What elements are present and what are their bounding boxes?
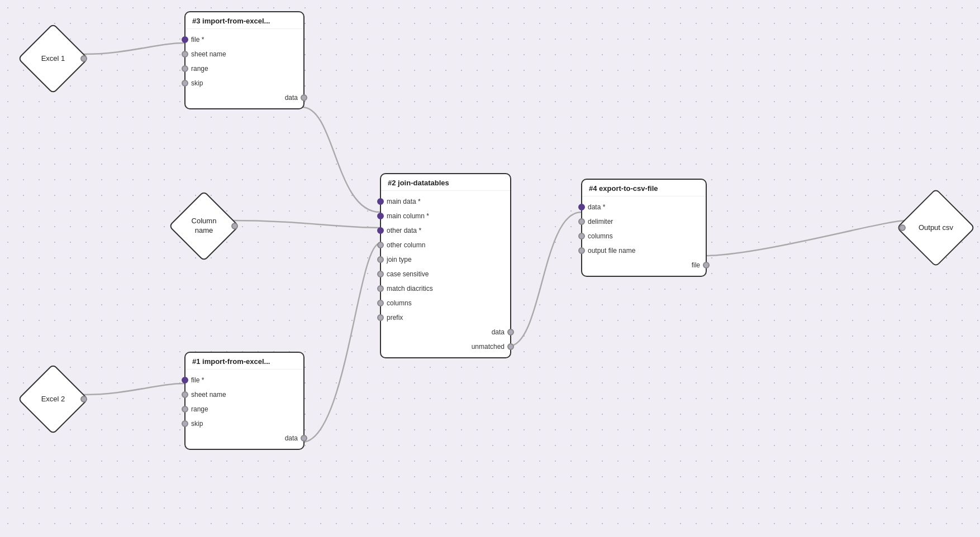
port-data3-out-dot[interactable] bbox=[301, 94, 307, 101]
port-file-out-dot[interactable] bbox=[703, 262, 710, 268]
excel2-output-port bbox=[80, 396, 87, 402]
connection-join-export-data bbox=[509, 212, 581, 346]
port-delimiter-label: delimiter bbox=[582, 218, 619, 226]
port-skip3-dot[interactable] bbox=[182, 80, 188, 87]
export-csv-ports: data * delimiter columns output file nam… bbox=[582, 196, 706, 276]
port-file1-dot[interactable] bbox=[182, 377, 188, 383]
port-output-file-name-dot[interactable] bbox=[578, 247, 585, 254]
port-casesensitive-label: case sensitive bbox=[381, 270, 434, 278]
output-csv-label: Output csv bbox=[919, 223, 953, 233]
import-excel3-title: #3 import-from-excel... bbox=[185, 12, 303, 29]
port-skip1: skip bbox=[185, 416, 303, 431]
output-csv-input-port bbox=[899, 224, 906, 231]
excel2-node[interactable]: Excel 2 bbox=[22, 368, 84, 430]
port-data1-out: data bbox=[185, 431, 303, 445]
port-sheet3: sheet name bbox=[185, 47, 303, 61]
port-columns-join-label: columns bbox=[381, 299, 417, 307]
port-join-unmatched-out: unmatched bbox=[381, 339, 510, 354]
excel1-node[interactable]: Excel 1 bbox=[22, 28, 84, 89]
import-excel3-node[interactable]: #3 import-from-excel... file * sheet nam… bbox=[184, 11, 305, 109]
port-range1-label: range bbox=[185, 405, 214, 413]
port-skip3: skip bbox=[185, 76, 303, 90]
port-skip3-label: skip bbox=[185, 79, 208, 87]
port-join-unmatched-out-dot[interactable] bbox=[507, 343, 514, 350]
excel1-output-port bbox=[80, 55, 87, 62]
excel1-label: Excel 1 bbox=[41, 54, 65, 64]
port-otherdata: other data * bbox=[381, 223, 510, 238]
join-datatables-node[interactable]: #2 join-datatables main data * main colu… bbox=[380, 173, 511, 358]
join-datatables-title: #2 join-datatables bbox=[381, 174, 510, 191]
excel2-label: Excel 2 bbox=[41, 395, 65, 404]
port-data3-out: data bbox=[185, 90, 303, 105]
export-csv-title: #4 export-to-csv-file bbox=[582, 180, 706, 196]
port-jointype-label: join type bbox=[381, 256, 417, 263]
import-excel1-title: #1 import-from-excel... bbox=[185, 353, 303, 370]
port-file3-dot[interactable] bbox=[182, 36, 188, 43]
connection-export-outputcsv bbox=[705, 220, 906, 256]
port-maincolumn: main column * bbox=[381, 209, 510, 223]
port-range3: range bbox=[185, 61, 303, 76]
port-skip1-dot[interactable] bbox=[182, 420, 188, 427]
port-othercolumn: other column bbox=[381, 238, 510, 252]
column-name-node[interactable]: Columnname bbox=[173, 195, 235, 257]
port-sheet1-dot[interactable] bbox=[182, 391, 188, 398]
import-excel1-ports: file * sheet name range skip data bbox=[185, 370, 303, 449]
port-maincolumn-label: main column * bbox=[381, 212, 435, 220]
connection-excel1-import3 bbox=[83, 43, 184, 54]
port-join-data-out: data bbox=[381, 325, 510, 339]
connection-import3-join-maindata bbox=[302, 107, 380, 212]
port-maindata-label: main data * bbox=[381, 198, 426, 205]
port-sheet3-label: sheet name bbox=[185, 50, 232, 58]
output-csv-node[interactable]: Output csv bbox=[902, 194, 969, 261]
port-range1: range bbox=[185, 402, 303, 416]
column-name-label: Columnname bbox=[192, 217, 217, 236]
port-file1: file * bbox=[185, 373, 303, 387]
join-datatables-ports: main data * main column * other data * o… bbox=[381, 191, 510, 357]
port-othercolumn-label: other column bbox=[381, 241, 431, 249]
port-join-data-out-dot[interactable] bbox=[507, 329, 514, 335]
port-range3-dot[interactable] bbox=[182, 65, 188, 72]
port-data1-out-dot[interactable] bbox=[301, 435, 307, 442]
import-excel1-node[interactable]: #1 import-from-excel... file * sheet nam… bbox=[184, 352, 305, 450]
port-data1-out-label: data bbox=[279, 434, 303, 442]
port-file1-label: file * bbox=[185, 376, 210, 384]
port-otherdata-dot[interactable] bbox=[377, 227, 384, 234]
connection-excel2-import1 bbox=[83, 383, 184, 395]
port-join-data-out-label: data bbox=[486, 328, 510, 336]
port-range1-dot[interactable] bbox=[182, 406, 188, 413]
port-columns-export-label: columns bbox=[582, 232, 619, 240]
port-othercolumn-dot[interactable] bbox=[377, 242, 384, 248]
port-export-data-label: data * bbox=[582, 203, 611, 211]
port-prefix-label: prefix bbox=[381, 314, 408, 322]
port-matchdiacritics: match diacritics bbox=[381, 281, 510, 296]
port-export-data: data * bbox=[582, 200, 706, 214]
port-casesensitive: case sensitive bbox=[381, 267, 510, 281]
port-matchdiacritics-dot[interactable] bbox=[377, 285, 384, 292]
import-excel3-ports: file * sheet name range skip data bbox=[185, 29, 303, 108]
port-file3-label: file * bbox=[185, 36, 210, 44]
port-columns-join-dot[interactable] bbox=[377, 300, 384, 306]
port-casesensitive-dot[interactable] bbox=[377, 271, 384, 277]
port-maindata: main data * bbox=[381, 194, 510, 209]
port-columns-export-dot[interactable] bbox=[578, 233, 585, 239]
export-csv-node[interactable]: #4 export-to-csv-file data * delimiter c… bbox=[581, 179, 707, 277]
column-name-output-port bbox=[231, 223, 238, 229]
port-jointype: join type bbox=[381, 252, 510, 267]
port-output-file-name: output file name bbox=[582, 243, 706, 258]
port-columns-join: columns bbox=[381, 296, 510, 310]
port-file3: file * bbox=[185, 32, 303, 47]
port-maindata-dot[interactable] bbox=[377, 198, 384, 205]
port-export-data-dot[interactable] bbox=[578, 204, 585, 210]
workflow-canvas: Excel 1 Excel 2 Columnname Output csv #3… bbox=[0, 0, 980, 537]
port-columns-export: columns bbox=[582, 229, 706, 243]
port-prefix: prefix bbox=[381, 310, 510, 325]
port-matchdiacritics-label: match diacritics bbox=[381, 285, 439, 293]
port-sheet3-dot[interactable] bbox=[182, 51, 188, 57]
port-maincolumn-dot[interactable] bbox=[377, 213, 384, 219]
connection-import1-join-otherdata bbox=[302, 243, 380, 442]
port-delimiter-dot[interactable] bbox=[578, 218, 585, 225]
port-jointype-dot[interactable] bbox=[377, 256, 384, 263]
port-prefix-dot[interactable] bbox=[377, 314, 384, 321]
port-delimiter: delimiter bbox=[582, 214, 706, 229]
port-output-file-name-label: output file name bbox=[582, 247, 641, 255]
